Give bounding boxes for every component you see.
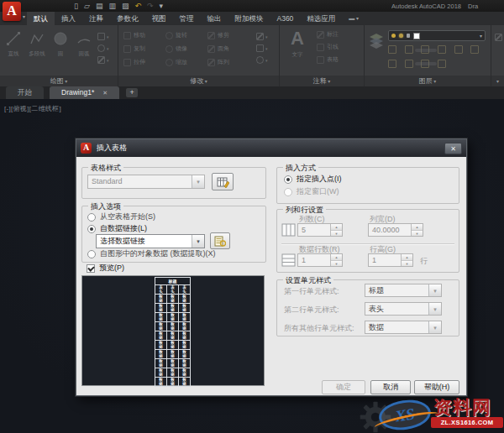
leader-tool[interactable]: 引线 [317,43,339,51]
panel-label-annotation[interactable]: 注释 [280,76,364,86]
layer-tool-icon[interactable] [438,60,446,68]
panel-label-modify[interactable]: 修改 [118,76,279,86]
layer-tool-icon[interactable] [388,45,396,54]
radio-object-data[interactable]: 自图形中的对象数据 (数据提取)(X) [87,248,216,259]
hatch-tool[interactable] [97,56,109,64]
layer-tool-icon[interactable] [438,45,446,54]
radio-insertion-point[interactable]: 指定插入点(I) [284,174,342,185]
modify-extra-tool[interactable] [256,44,268,52]
radio-from-data-link[interactable]: 自数据链接(L) [87,223,147,234]
ribbon-tab-8[interactable]: 附加模块 [228,12,270,25]
ribbon-tab-3[interactable]: 注释 [82,12,110,25]
ribbon-tabs: 默认插入注释参数化视图管理输出附加模块A360精选应用 [27,12,342,25]
undo-icon[interactable]: ↶ [134,1,141,11]
save-icon[interactable]: ▤ [96,1,103,11]
modify-extra-tool[interactable] [256,56,268,64]
ok-button[interactable]: 确定 [322,380,365,394]
arc-label: 圆弧 [73,50,95,58]
cancel-button[interactable]: 取消 [370,380,411,394]
ribbon-tab-7[interactable]: 输出 [201,12,228,25]
panel-label-layers[interactable]: 图层 [365,76,491,86]
columns-value: 5 [302,226,306,234]
ellipse-tool[interactable] [97,44,109,52]
ribbon-tab-10[interactable]: 精选应用 [300,12,342,25]
layer-tool-icon[interactable] [405,45,413,54]
modify-extra-tool[interactable] [256,33,268,40]
layer-tools-grid [388,45,487,68]
spinner-arrows[interactable] [330,224,342,236]
customize-icon[interactable]: ▾ [160,1,164,11]
circle-tool[interactable]: 圆 [50,31,71,58]
modify-tool-8[interactable]: 缩放 [165,58,207,66]
dimension-tool[interactable]: 标注 [317,30,339,39]
layer-properties-icon[interactable] [368,32,385,49]
radio-specify-window[interactable]: 指定窗口(W) [284,186,339,197]
radio-start-empty[interactable]: 从空表格开始(S) [87,211,155,222]
print-icon[interactable]: ▨ [122,1,129,11]
data-link-manager-button[interactable] [210,232,230,249]
modify-tool-4[interactable]: 复制 [123,44,165,53]
table-tool[interactable]: 表格 [317,55,339,64]
modify-tool-6[interactable]: 圆角 [207,44,249,53]
spinner-arrows[interactable] [401,254,412,266]
autocad-app-button[interactable] [3,2,21,21]
modify-tool-1[interactable]: 移动 [123,31,165,39]
close-tab-icon[interactable] [102,90,108,96]
spinner-arrows[interactable] [330,254,342,266]
row-height-spinner[interactable]: 1 [368,253,413,267]
caret-icon [107,34,109,39]
line-tool[interactable]: 直线 [3,31,24,58]
col-width-spinner[interactable]: 40.0000 [368,223,423,237]
ribbon-tab-2[interactable]: 插入 [55,12,82,25]
ellipse-icon [97,44,105,52]
modify-tool-3[interactable]: 修剪 [207,31,249,39]
first-row-style-dropdown[interactable]: 标题 [365,284,442,297]
data-link-dropdown[interactable]: 选择数据链接 [96,234,205,248]
modify-tool-icon [207,32,215,39]
ribbon-tab-5[interactable]: 视图 [145,12,173,25]
dialog-close-button[interactable] [444,143,462,154]
ribbon-tab-6[interactable]: 管理 [173,12,201,25]
panel-label-draw[interactable]: 绘图 [0,76,118,86]
open-icon[interactable]: ▱ [84,1,90,11]
other-rows-style-dropdown[interactable]: 数据 [365,321,442,334]
modify-tool-9[interactable]: 阵列 [207,58,249,66]
text-icon[interactable] [286,29,308,49]
table-style-dropdown[interactable]: Standard [87,175,205,189]
new-icon[interactable]: ▯ [74,1,78,11]
preview-checkbox[interactable]: 预览(P) [87,263,124,274]
viewport-controls[interactable]: [-][俯视][二维线框] [4,104,61,113]
tab-start[interactable]: 开始 [6,86,44,99]
polyline-tool[interactable]: 多段线 [26,31,48,58]
redo-icon[interactable]: ↷ [147,1,154,11]
modify-tool-2[interactable]: 旋转 [165,31,207,39]
new-drawing-tab-button[interactable] [126,88,138,97]
layer-tool-icon[interactable] [388,60,396,68]
rectangle-tool[interactable] [97,33,109,40]
layer-lock-icon [407,34,410,38]
data-rows-spinner[interactable]: 1 [297,253,343,267]
rectangle-icon [97,33,105,40]
layer-tool-icon[interactable] [405,60,413,68]
tab-drawing1[interactable]: Drawing1* [50,86,119,99]
plot-icon[interactable]: ▥ [108,1,116,11]
ribbon-tab-4[interactable]: 参数化 [110,12,145,25]
layer-tool-icon[interactable] [470,45,479,54]
modify-tool-5[interactable]: 镜像 [165,44,207,53]
modify-tool-7[interactable]: 拉伸 [123,58,165,66]
app-menu-caret-icon[interactable] [23,13,25,19]
dialog-title-bar[interactable]: 插入表格 [76,139,466,157]
doc-title: Dra [468,3,478,10]
second-row-style-dropdown[interactable]: 表头 [365,302,442,316]
layer-tool-icon[interactable] [454,45,463,54]
spinner-arrows[interactable] [411,224,423,236]
columns-spinner[interactable]: 5 [297,223,343,237]
arc-tool[interactable]: 圆弧 [73,31,95,58]
layer-dropdown[interactable] [388,30,486,41]
modify-tool-icon [165,45,173,53]
help-button[interactable]: 帮助(H) [414,380,459,394]
ribbon-tab-9[interactable]: A360 [270,12,301,25]
launch-table-style-button[interactable] [212,173,234,190]
ribbon-tab-1[interactable]: 默认 [27,12,55,25]
workspace-switch-icon[interactable] [349,15,364,22]
